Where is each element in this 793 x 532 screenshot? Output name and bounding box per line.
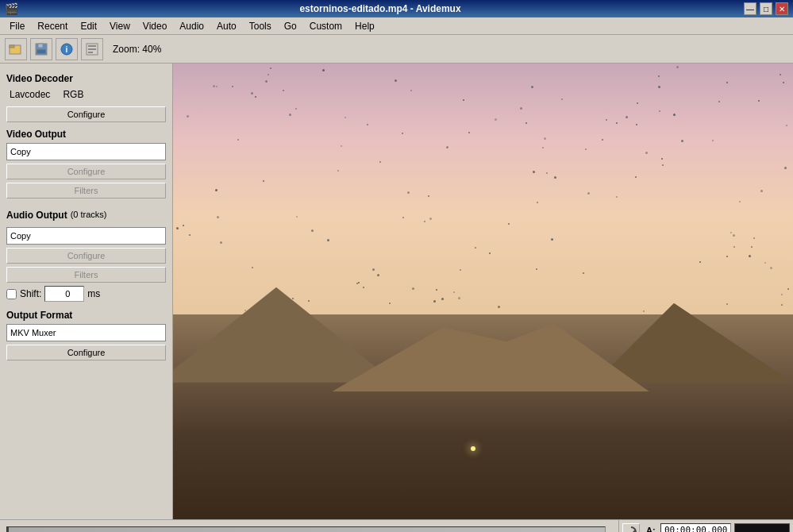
open-file-button[interactable] bbox=[5, 38, 27, 60]
maximize-button[interactable]: □ bbox=[760, 2, 772, 15]
timeline-track[interactable] bbox=[6, 526, 606, 532]
bird-dot bbox=[410, 90, 412, 91]
video-output-filters-button[interactable]: Filters bbox=[6, 183, 166, 199]
bird-dot bbox=[730, 232, 732, 233]
title-bar: 🎬 estorninos-editado.mp4 - Avidemux — □ … bbox=[0, 0, 793, 17]
bird-dot bbox=[585, 148, 587, 150]
menu-go[interactable]: Go bbox=[278, 19, 303, 33]
shift-checkbox[interactable] bbox=[6, 289, 17, 299]
bottom-section: A B ↺A bbox=[0, 519, 793, 532]
bird-dot bbox=[283, 90, 284, 91]
bird-dot bbox=[739, 201, 741, 202]
bird-dot bbox=[662, 164, 664, 166]
bird-dot bbox=[536, 268, 537, 270]
bird-dot bbox=[402, 217, 404, 218]
video-decoder-title: Video Decoder bbox=[6, 73, 166, 84]
menu-video[interactable]: Video bbox=[137, 19, 173, 33]
bird-dot bbox=[533, 171, 535, 173]
svg-text:i: i bbox=[66, 45, 68, 54]
audio-filters-button[interactable]: Filters bbox=[6, 267, 166, 283]
bird-dot bbox=[311, 229, 314, 232]
video-output-dropdown-wrapper: Copy Copy (lossless) Mpeg4 AVC (x264) Mp… bbox=[6, 143, 166, 160]
menu-file[interactable]: File bbox=[3, 19, 31, 33]
svg-rect-4 bbox=[37, 49, 46, 54]
a-label: A: bbox=[646, 526, 657, 533]
window-title: estorninos-editado.mp4 - Avidemux bbox=[18, 3, 742, 14]
properties-button[interactable] bbox=[81, 38, 103, 60]
bird-dot bbox=[787, 288, 789, 290]
bird-dot bbox=[356, 283, 358, 284]
bird-dot bbox=[726, 256, 728, 257]
menu-auto[interactable]: Auto bbox=[210, 19, 243, 33]
bird-dot bbox=[749, 255, 751, 257]
window-controls: — □ ✕ bbox=[742, 2, 788, 15]
bird-dot bbox=[561, 98, 563, 100]
bird-dot bbox=[372, 268, 375, 271]
bird-dot bbox=[546, 172, 548, 174]
bird-dot bbox=[764, 262, 766, 264]
bird-dot bbox=[345, 117, 346, 118]
bird-dot bbox=[658, 86, 660, 88]
menu-view[interactable]: View bbox=[103, 19, 137, 33]
bird-dot bbox=[554, 176, 556, 179]
save-file-button[interactable] bbox=[30, 38, 52, 60]
bird-dot bbox=[358, 282, 360, 283]
shift-input[interactable] bbox=[44, 286, 84, 302]
bird-dot bbox=[645, 152, 648, 154]
video-output-dropdown[interactable]: Copy Copy (lossless) Mpeg4 AVC (x264) Mp… bbox=[6, 143, 166, 160]
audio-output-dropdown[interactable]: Copy MP3 AAC AC3 bbox=[6, 227, 166, 245]
bird-dot bbox=[643, 310, 645, 312]
bird-dot bbox=[673, 313, 675, 314]
video-decoder-configure-button[interactable]: Configure bbox=[6, 106, 166, 122]
audio-configure-button[interactable]: Configure bbox=[6, 248, 166, 264]
audio-tracks-label: (0 tracks) bbox=[71, 210, 107, 219]
menu-recent[interactable]: Recent bbox=[31, 19, 74, 33]
bird-dot bbox=[508, 223, 510, 225]
bird-dot bbox=[295, 108, 297, 110]
bird-dot bbox=[453, 291, 455, 293]
info-button[interactable]: i bbox=[56, 38, 78, 60]
bird-dot bbox=[733, 234, 735, 237]
bird-dot bbox=[377, 274, 379, 276]
menu-audio[interactable]: Audio bbox=[173, 19, 210, 33]
bird-dot bbox=[244, 310, 246, 311]
zoom-label: Zoom: 40% bbox=[113, 44, 161, 55]
bird-dot bbox=[268, 74, 269, 75]
bird-dot bbox=[587, 192, 590, 195]
bird-dot bbox=[341, 145, 342, 147]
bird-dot bbox=[308, 300, 310, 302]
bird-dot bbox=[407, 191, 410, 194]
minimize-button[interactable]: — bbox=[744, 2, 756, 15]
menu-tools[interactable]: Tools bbox=[243, 19, 278, 33]
bird-dot bbox=[263, 180, 264, 182]
menu-help[interactable]: Help bbox=[348, 19, 381, 33]
rgb-label: RGB bbox=[63, 89, 83, 100]
toolbar: i Zoom: 40% bbox=[0, 35, 793, 64]
bird-dot bbox=[673, 114, 676, 116]
output-format-title: Output Format bbox=[6, 310, 166, 321]
left-panel: Video Decoder Lavcodec RGB Configure Vid… bbox=[0, 64, 173, 519]
bird-dot bbox=[726, 82, 728, 83]
preview-thumbnail bbox=[734, 523, 790, 532]
bird-dot bbox=[395, 79, 397, 82]
bird-dot bbox=[531, 86, 533, 88]
video-output-configure-button[interactable]: Configure bbox=[6, 164, 166, 179]
save-icon bbox=[34, 42, 48, 56]
output-format-dropdown[interactable]: MKV Muxer MP4 Muxer AVI Muxer bbox=[6, 324, 166, 341]
bird-dot bbox=[424, 221, 425, 222]
bird-dot bbox=[783, 82, 784, 83]
menu-edit[interactable]: Edit bbox=[74, 19, 103, 33]
output-format-configure-button[interactable]: Configure bbox=[6, 345, 166, 360]
bird-dot bbox=[402, 133, 403, 134]
bird-dot bbox=[726, 303, 728, 305]
close-button[interactable]: ✕ bbox=[776, 2, 788, 15]
bird-dot bbox=[636, 124, 637, 125]
bird-dot bbox=[337, 170, 339, 172]
bird-dot bbox=[389, 303, 391, 304]
bird-dot bbox=[520, 107, 522, 110]
refresh-button[interactable] bbox=[622, 523, 640, 532]
bird-dot bbox=[770, 267, 772, 269]
bird-dot bbox=[189, 234, 191, 236]
bird-dot bbox=[712, 140, 714, 141]
menu-custom[interactable]: Custom bbox=[303, 19, 348, 33]
